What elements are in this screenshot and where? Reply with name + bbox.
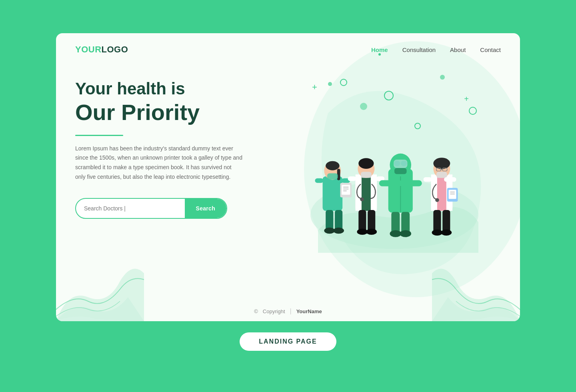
logo-part2: LOGO: [102, 44, 128, 54]
svg-point-65: [441, 230, 452, 236]
svg-point-35: [394, 161, 400, 166]
svg-rect-60: [424, 177, 432, 182]
deco-circle-4: [414, 123, 421, 129]
nav-links: Home Consultation About Contact: [371, 46, 501, 53]
hero-description: Lorem Ipsum has been the industry's stan…: [75, 144, 243, 182]
deco-circle-3: [469, 107, 477, 115]
svg-rect-37: [394, 168, 407, 174]
search-bar: Search: [75, 198, 227, 219]
hero-title: Your health is Our Priority: [75, 79, 288, 126]
nav-home[interactable]: Home: [371, 46, 388, 53]
svg-rect-2: [323, 176, 343, 211]
main-card: YOURLOGO Home Consultation About Contact…: [56, 33, 520, 321]
svg-point-25: [360, 198, 364, 202]
footer-brand: YourName: [296, 308, 322, 314]
svg-rect-39: [379, 180, 402, 186]
doctors-illustration: [288, 92, 501, 260]
svg-rect-20: [356, 174, 362, 211]
svg-rect-40: [399, 180, 422, 186]
svg-point-50: [433, 158, 450, 169]
landing-label: LANDING PAGE: [240, 332, 336, 351]
search-button[interactable]: Search: [185, 199, 227, 218]
svg-point-36: [401, 161, 407, 166]
hero-title-line1: Your health is: [75, 79, 288, 99]
logo: YOURLOGO: [75, 44, 128, 55]
footer-content: © Copyright | YourName: [75, 308, 501, 315]
logo-part1: YOUR: [75, 44, 102, 54]
svg-point-30: [357, 229, 368, 235]
svg-point-43: [390, 230, 402, 237]
svg-point-44: [400, 230, 411, 237]
footer: © Copyright | YourName: [56, 298, 520, 321]
svg-rect-26: [348, 176, 356, 181]
deco-circle-1: [340, 79, 347, 86]
svg-rect-6: [327, 173, 338, 179]
outer-wrapper: YOURLOGO Home Consultation About Contact…: [0, 0, 576, 392]
nav-about[interactable]: About: [450, 46, 466, 53]
svg-rect-5: [337, 169, 340, 180]
copyright-text: Copyright: [263, 308, 285, 314]
svg-rect-57: [449, 190, 456, 199]
svg-rect-21: [371, 174, 377, 211]
footer-divider: |: [290, 308, 292, 315]
svg-point-64: [432, 230, 443, 236]
svg-rect-61: [444, 177, 456, 182]
hero-title-line2: Our Priority: [75, 99, 288, 126]
deco-dot-2: [360, 103, 367, 110]
nav-contact[interactable]: Contact: [480, 46, 501, 53]
svg-rect-24: [361, 172, 372, 178]
deco-dot-1: [328, 82, 332, 86]
svg-point-4: [326, 161, 339, 170]
deco-dot-3: [440, 75, 445, 80]
deco-circle-2: [384, 91, 394, 100]
deco-plus-2: +: [464, 95, 469, 103]
nav-consultation[interactable]: Consultation: [402, 46, 436, 53]
svg-point-55: [435, 198, 439, 202]
svg-rect-47: [431, 174, 437, 211]
svg-rect-10: [342, 185, 350, 195]
copyright-symbol: ©: [254, 308, 258, 314]
main-content: Your health is Our Priority Lorem Ipsum …: [56, 63, 520, 298]
title-underline: [75, 135, 123, 136]
deco-plus-1: +: [312, 83, 317, 92]
left-section: Your health is Our Priority Lorem Ipsum …: [75, 71, 288, 282]
svg-rect-7: [315, 178, 323, 183]
navbar: YOURLOGO Home Consultation About Contact: [56, 33, 520, 63]
svg-point-23: [358, 158, 374, 169]
search-input[interactable]: [76, 205, 185, 212]
svg-point-31: [366, 229, 377, 235]
svg-rect-54: [436, 172, 447, 178]
svg-point-17: [333, 228, 344, 234]
svg-point-16: [324, 228, 335, 234]
right-section: + +: [288, 71, 501, 282]
